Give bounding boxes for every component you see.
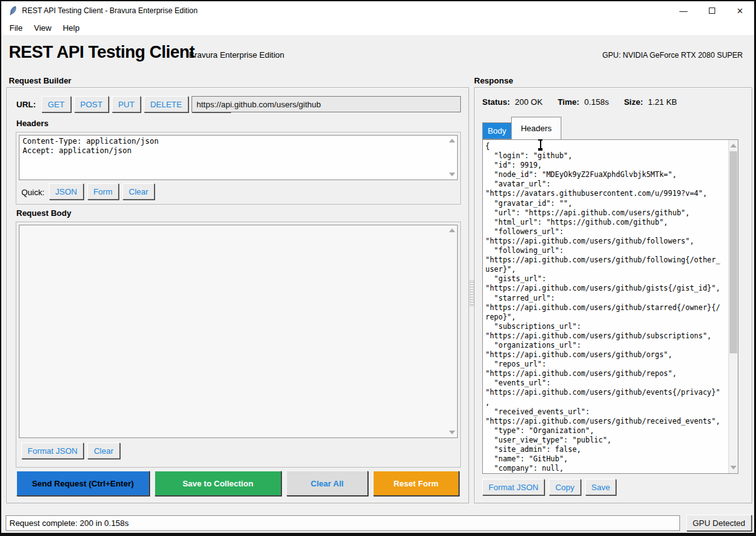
minimize-icon: —	[679, 6, 688, 16]
save-to-collection-button[interactable]: Save to Collection	[154, 471, 281, 496]
edition-subtitle: Bravura Enterprise Edition	[189, 50, 284, 60]
menu-file[interactable]: File	[4, 22, 28, 34]
response-title: Response	[474, 76, 513, 85]
scroll-up-icon[interactable]	[449, 228, 455, 232]
response-toolbar: Format JSON Copy Save	[482, 479, 616, 495]
method-get-button[interactable]: GET	[41, 96, 71, 112]
headers-text: Content-Type: application/json Accept: a…	[23, 137, 159, 156]
format-json-button[interactable]: Format JSON	[21, 442, 84, 459]
method-post-button[interactable]: POST	[74, 96, 109, 112]
ibeam-cursor	[537, 139, 544, 151]
send-request-button[interactable]: Send Request (Ctrl+Enter)	[16, 471, 149, 496]
response-format-json-button[interactable]: Format JSON	[482, 479, 544, 495]
request-body-group: Format JSON Clear	[16, 222, 461, 468]
method-put-button[interactable]: PUT	[112, 96, 141, 112]
action-button-row: Send Request (Ctrl+Enter) Save to Collec…	[16, 471, 460, 497]
quick-clear-button[interactable]: Clear	[122, 183, 154, 200]
clear-all-button[interactable]: Clear All	[286, 471, 368, 496]
status-bar-message: Request complete: 200 in 0.158s	[6, 515, 680, 531]
status-label: Status:	[482, 97, 510, 107]
gpu-detected-button[interactable]: GPU Detected	[686, 515, 752, 531]
time-value: 0.158s	[585, 97, 609, 107]
scroll-down-icon[interactable]	[449, 431, 455, 434]
request-body-label: Request Body	[16, 208, 71, 218]
method-delete-button[interactable]: DELETE	[144, 96, 188, 112]
response-copy-button[interactable]: Copy	[549, 479, 580, 495]
url-label: URL:	[16, 100, 36, 109]
tab-body[interactable]: Body	[482, 122, 512, 139]
maximize-button[interactable]	[698, 1, 726, 20]
quick-json-button[interactable]: JSON	[49, 183, 84, 200]
quick-label: Quick:	[21, 188, 45, 197]
reset-form-button[interactable]: Reset Form	[373, 471, 459, 496]
scrollbar-thumb[interactable]	[730, 151, 737, 353]
size-value: 1.21 KB	[648, 97, 677, 107]
feather-app-icon	[9, 6, 17, 16]
quick-form-button[interactable]: Form	[87, 183, 119, 200]
body-toolbar: Format JSON Clear	[21, 442, 120, 459]
scroll-down-icon[interactable]	[449, 173, 455, 176]
page-title: REST API Testing Client	[9, 43, 195, 62]
time-label: Time:	[558, 97, 579, 107]
response-scrollbar[interactable]	[728, 140, 738, 473]
scroll-up-icon[interactable]	[449, 139, 455, 142]
response-save-button[interactable]: Save	[585, 479, 617, 495]
menu-bar: File View Help	[1, 20, 754, 35]
maximize-icon	[709, 8, 715, 14]
title-bar: REST API Testing Client - Bravura Enterp…	[1, 1, 754, 20]
close-button[interactable]: ✕	[726, 1, 754, 20]
request-builder-title: Request Builder	[9, 76, 72, 85]
size-label: Size:	[624, 97, 643, 107]
headers-textarea[interactable]: Content-Type: application/json Accept: a…	[19, 135, 458, 180]
scroll-up-icon[interactable]	[730, 144, 737, 147]
window-title: REST API Testing Client - Bravura Enterp…	[22, 6, 198, 15]
response-body-area[interactable]: { "login": "github", "id": 9919, "node_i…	[482, 139, 738, 474]
headers-group: Content-Type: application/json Accept: a…	[16, 132, 461, 205]
menu-view[interactable]: View	[28, 22, 57, 34]
url-input[interactable]	[192, 96, 461, 112]
minimize-button[interactable]: —	[669, 1, 698, 20]
request-builder-panel: URL: GET POST PUT DELETE PATCH Headers C…	[6, 87, 469, 503]
tab-headers[interactable]: Headers	[511, 117, 561, 139]
headers-label: Headers	[16, 119, 48, 128]
response-body-text: { "login": "github", "id": 9919, "node_i…	[485, 142, 728, 473]
clear-body-button[interactable]: Clear	[87, 442, 119, 459]
app-header: REST API Testing Client Bravura Enterpri…	[1, 35, 754, 72]
panel-splitter-handle[interactable]	[470, 280, 474, 306]
response-panel: Status: 200 OK Time: 0.158s Size: 1.21 K…	[474, 87, 752, 503]
status-value: 200 OK	[515, 97, 543, 107]
app-window: REST API Testing Client - Bravura Enterp…	[0, 0, 756, 536]
request-body-textarea[interactable]	[19, 225, 458, 438]
close-icon: ✕	[737, 6, 743, 16]
menu-help[interactable]: Help	[57, 22, 85, 34]
quick-buttons: JSON Form Clear	[49, 183, 154, 200]
gpu-label: GPU: NVIDIA GeForce RTX 2080 SUPER	[602, 51, 743, 60]
response-status-row: Status: 200 OK Time: 0.158s Size: 1.21 K…	[482, 97, 677, 107]
scroll-down-icon[interactable]	[730, 466, 737, 469]
